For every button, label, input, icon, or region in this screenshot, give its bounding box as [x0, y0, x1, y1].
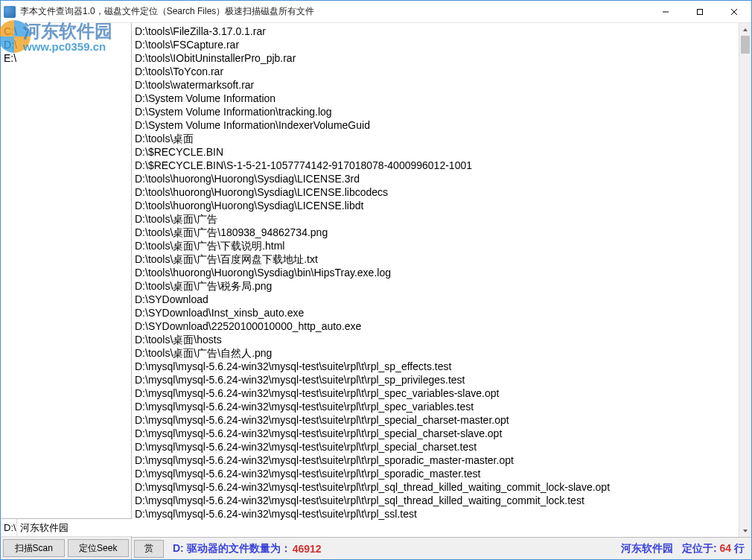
status-count: 46912: [293, 543, 322, 555]
locate-suffix: 行: [734, 542, 745, 554]
file-row[interactable]: D:\SYDownload: [135, 293, 737, 306]
file-row[interactable]: D:\mysql\mysql-5.6.24-win32\mysql-test\s…: [135, 360, 737, 373]
left-button-row: 扫描Scan 定位Seek: [1, 537, 131, 559]
titlebar: 李本文件查询器1.0，磁盘文件定位（Search Files）极速扫描磁盘所有文…: [1, 1, 751, 23]
file-row[interactable]: D:\tools\huorong\Huorong\Sysdiag\bin\Hip…: [135, 266, 737, 279]
maximize-button[interactable]: [683, 1, 717, 22]
content-area: 河东软件园 www.pc0359.cn C:\D:\E:\ D:\ 扫描Scan…: [1, 23, 751, 559]
scroll-up-button[interactable]: [739, 23, 751, 36]
file-row[interactable]: D:\tools\huorong\Huorong\Sysdiag\LICENSE…: [135, 199, 737, 212]
file-row[interactable]: D:\tools\桌面\广告\180938_94862734.png: [135, 226, 737, 239]
vertical-scrollbar[interactable]: [739, 23, 751, 537]
drive-list[interactable]: C:\D:\E:\: [1, 23, 131, 518]
close-button[interactable]: [717, 1, 751, 22]
file-row[interactable]: D:\tools\ToYcon.rar: [135, 65, 737, 78]
file-row[interactable]: D:\mysql\mysql-5.6.24-win32\mysql-test\s…: [135, 413, 737, 427]
file-row[interactable]: D:\tools\watermarksoft.rar: [135, 78, 737, 92]
svg-marker-4: [743, 28, 748, 31]
scrollbar-thumb[interactable]: [741, 36, 750, 54]
drive-item[interactable]: E:\: [4, 51, 128, 65]
status-prefix: D: 驱动器的文件数量为：: [173, 542, 291, 556]
search-input[interactable]: [17, 519, 148, 536]
file-row[interactable]: D:\$RECYCLE.BIN: [135, 145, 737, 159]
file-row[interactable]: D:\mysql\mysql-5.6.24-win32\mysql-test\s…: [135, 507, 737, 521]
scan-button[interactable]: 扫描Scan: [3, 539, 65, 557]
file-row[interactable]: D:\System Volume Information\tracking.lo…: [135, 105, 737, 118]
minimize-button[interactable]: [649, 1, 683, 22]
status-label: D: 驱动器的文件数量为： 46912: [170, 541, 615, 557]
right-pane: D:\tools\FileZilla-3.17.0.1.rarD:\tools\…: [132, 23, 751, 559]
app-icon: [4, 6, 16, 18]
file-row[interactable]: D:\SYDownload\Inst_xinsb_auto.exe: [135, 306, 737, 319]
file-row[interactable]: D:\System Volume Information: [135, 92, 737, 105]
left-pane: C:\D:\E:\ D:\ 扫描Scan 定位Seek: [1, 23, 132, 559]
seek-button[interactable]: 定位Seek: [68, 539, 130, 557]
file-row[interactable]: D:\mysql\mysql-5.6.24-win32\mysql-test\s…: [135, 373, 737, 386]
locate-number: 64: [720, 542, 732, 554]
file-row[interactable]: D:\tools\桌面\广告: [135, 212, 737, 226]
reward-button[interactable]: 赏: [134, 540, 164, 558]
left-bottom-panel: D:\ 扫描Scan 定位Seek: [1, 518, 131, 559]
file-row[interactable]: D:\tools\桌面\hosts: [135, 333, 737, 346]
file-row[interactable]: D:\mysql\mysql-5.6.24-win32\mysql-test\s…: [135, 386, 737, 400]
drive-input-row: D:\: [1, 519, 131, 537]
file-row[interactable]: D:\tools\桌面\广告\百度网盘下载地址.txt: [135, 252, 737, 266]
svg-rect-1: [698, 9, 703, 14]
file-row[interactable]: D:\mysql\mysql-5.6.24-win32\mysql-test\s…: [135, 494, 737, 507]
scroll-down-button[interactable]: [739, 524, 751, 537]
status-right: 河东软件园 定位于: 64 行: [621, 542, 749, 556]
file-row[interactable]: D:\tools\桌面\广告\自然人.png: [135, 346, 737, 360]
file-row[interactable]: D:\tools\桌面\广告\税务局.png: [135, 279, 737, 293]
file-row[interactable]: D:\System Volume Information\IndexerVolu…: [135, 118, 737, 132]
file-row[interactable]: D:\tools\IObitUninstallerPro_pjb.rar: [135, 51, 737, 65]
file-row[interactable]: D:\$RECYCLE.BIN\S-1-5-21-1057774142-9170…: [135, 159, 737, 172]
locate-label: 定位于: 64 行: [682, 542, 745, 556]
file-list-container: D:\tools\FileZilla-3.17.0.1.rarD:\tools\…: [132, 23, 751, 537]
app-window: 李本文件查询器1.0，磁盘文件定位（Search Files）极速扫描磁盘所有文…: [0, 0, 752, 560]
window-title: 李本文件查询器1.0，磁盘文件定位（Search Files）极速扫描磁盘所有文…: [20, 5, 649, 18]
file-row[interactable]: D:\mysql\mysql-5.6.24-win32\mysql-test\s…: [135, 427, 737, 440]
file-row[interactable]: D:\tools\FileZilla-3.17.0.1.rar: [135, 25, 737, 38]
brand-label: 河东软件园: [621, 542, 673, 556]
file-row[interactable]: D:\mysql\mysql-5.6.24-win32\mysql-test\s…: [135, 454, 737, 467]
status-bar: 赏 D: 驱动器的文件数量为： 46912 河东软件园 定位于: 64 行: [132, 537, 751, 559]
file-row[interactable]: D:\mysql\mysql-5.6.24-win32\mysql-test\s…: [135, 440, 737, 454]
drive-label: D:\: [1, 519, 17, 536]
file-row[interactable]: D:\tools\桌面\广告\下载说明.html: [135, 239, 737, 252]
file-row[interactable]: D:\SYDownload\22520100010000_http_auto.e…: [135, 319, 737, 333]
file-row[interactable]: D:\tools\FSCapture.rar: [135, 38, 737, 51]
file-row[interactable]: D:\tools\桌面: [135, 132, 737, 145]
file-row[interactable]: D:\mysql\mysql-5.6.24-win32\mysql-test\s…: [135, 400, 737, 413]
file-row[interactable]: D:\mysql\mysql-5.6.24-win32\mysql-test\s…: [135, 480, 737, 494]
file-list[interactable]: D:\tools\FileZilla-3.17.0.1.rarD:\tools\…: [132, 23, 739, 537]
file-row[interactable]: D:\tools\huorong\Huorong\Sysdiag\LICENSE…: [135, 172, 737, 185]
window-controls: [649, 1, 751, 22]
scrollbar-track[interactable]: [739, 36, 751, 524]
locate-prefix: 定位于:: [682, 542, 717, 554]
drive-item[interactable]: C:\: [4, 25, 128, 38]
file-row[interactable]: D:\mysql\mysql-5.6.24-win32\mysql-test\s…: [135, 467, 737, 480]
file-row[interactable]: D:\tools\huorong\Huorong\Sysdiag\LICENSE…: [135, 185, 737, 199]
drive-item[interactable]: D:\: [4, 38, 128, 51]
svg-marker-5: [743, 529, 748, 532]
